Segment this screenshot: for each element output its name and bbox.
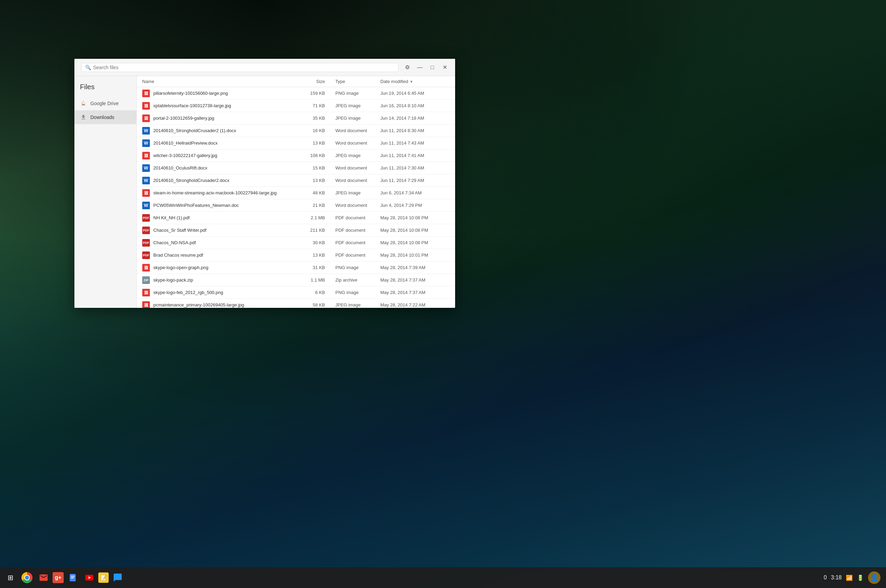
file-name: PCW05WinWinPhoFeatures_Newman.doc bbox=[153, 202, 297, 208]
file-type-icon: W bbox=[142, 127, 150, 135]
table-row[interactable]: W PCW05WinWinPhoFeatures_Newman.doc 21 K… bbox=[137, 199, 455, 212]
file-size: 2.1 MB bbox=[297, 215, 325, 220]
file-type-icon: 🖼 bbox=[142, 114, 150, 122]
table-row[interactable]: 🖼 xptabletvssurface-100312738-large.jpg … bbox=[137, 100, 455, 112]
file-type: Word document bbox=[335, 128, 381, 133]
table-row[interactable]: 🖼 skype-logo-open-graph.png 31 KB PNG im… bbox=[137, 261, 455, 274]
launcher-button[interactable]: ⊞ bbox=[3, 570, 18, 585]
file-name: skype-logo-feb_2012_rgb_500.png bbox=[153, 290, 297, 295]
file-type-icon: 🖼 bbox=[142, 301, 150, 308]
file-type: PDF document bbox=[335, 228, 381, 233]
file-size: 15 KB bbox=[297, 165, 325, 171]
table-row[interactable]: PDF NH Kit_NH (1).pdf 2.1 MB PDF documen… bbox=[137, 212, 455, 224]
file-date: Jun 11, 2014 7:30 AM bbox=[381, 165, 450, 171]
table-row[interactable]: 🖼 portal-2-100312659-gallery.jpg 35 KB J… bbox=[137, 112, 455, 124]
file-name: xptabletvssurface-100312738-large.jpg bbox=[153, 103, 297, 108]
gmail-icon[interactable] bbox=[36, 570, 51, 585]
file-type: Word document bbox=[335, 178, 381, 183]
file-date: May 28, 2014 10:08 PM bbox=[381, 240, 450, 245]
sidebar-item-downloads[interactable]: Downloads bbox=[74, 110, 136, 124]
col-header-type[interactable]: Type bbox=[335, 79, 381, 84]
chat-icon[interactable] bbox=[110, 570, 125, 585]
sort-arrow-icon: ▼ bbox=[409, 80, 413, 84]
table-row[interactable]: W 20140610_StrongholdCrusader2 (1).docx … bbox=[137, 124, 455, 137]
file-type: JPEG image bbox=[335, 153, 381, 158]
youtube-icon[interactable] bbox=[82, 570, 97, 585]
table-row[interactable]: 🖼 witcher-3-100222147-gallery.jpg 108 KB… bbox=[137, 149, 455, 162]
taskbar-left: ⊞ g+ bbox=[0, 570, 128, 585]
table-row[interactable]: ZIP skype-logo-pack.zip 1.1 MB Zip archi… bbox=[137, 274, 455, 286]
wifi-icon: 📶 bbox=[846, 574, 853, 581]
file-type: PNG image bbox=[335, 265, 381, 270]
file-date: May 28, 2014 10:08 PM bbox=[381, 215, 450, 220]
sidebar-google-drive-label: Google Drive bbox=[90, 100, 119, 106]
file-type-icon: W bbox=[142, 140, 150, 147]
file-size: 16 KB bbox=[297, 128, 325, 133]
google-plus-icon[interactable]: g+ bbox=[53, 572, 64, 583]
file-type-icon: 🖼 bbox=[142, 90, 150, 97]
table-row[interactable]: PDF Chacos_Sr Staff Writer.pdf 211 KB PD… bbox=[137, 224, 455, 237]
search-input[interactable] bbox=[93, 64, 394, 70]
file-type-icon: W bbox=[142, 164, 150, 172]
file-date: Jun 16, 2014 8:10 AM bbox=[381, 103, 450, 108]
file-type: JPEG image bbox=[335, 302, 381, 308]
google-drive-icon bbox=[80, 100, 87, 107]
sidebar-item-google-drive[interactable]: Google Drive bbox=[74, 96, 136, 110]
table-row[interactable]: W 20140610_HellraidPreview.docx 13 KB Wo… bbox=[137, 137, 455, 149]
column-headers: Name Size Type Date modified ▼ bbox=[137, 76, 455, 87]
sidebar-downloads-label: Downloads bbox=[90, 114, 114, 120]
file-date: Jun 11, 2014 7:29 AM bbox=[381, 178, 450, 183]
docs-icon[interactable] bbox=[65, 570, 80, 585]
file-type-icon: PDF bbox=[142, 239, 150, 247]
user-avatar[interactable]: 👤 bbox=[870, 573, 879, 582]
taskbar-right: 0 3:18 📶 🔋 👤 bbox=[818, 572, 886, 584]
maximize-button[interactable]: □ bbox=[426, 61, 439, 74]
col-header-size[interactable]: Size bbox=[297, 79, 325, 84]
file-name: 20140610_StrongholdCrusader2 (1).docx bbox=[153, 128, 297, 133]
file-name: portal-2-100312659-gallery.jpg bbox=[153, 116, 297, 121]
table-row[interactable]: 🖼 pillarsofeternity-100156060-large.png … bbox=[137, 87, 455, 100]
file-date: May 28, 2014 7:37 AM bbox=[381, 290, 450, 295]
close-button[interactable]: ✕ bbox=[439, 61, 451, 74]
file-size: 71 KB bbox=[297, 103, 325, 108]
file-name: 20140610_OculusRift.docx bbox=[153, 165, 297, 171]
svg-rect-1 bbox=[71, 576, 75, 577]
table-row[interactable]: PDF Chacos_ND-NSA.pdf 30 KB PDF document… bbox=[137, 237, 455, 249]
file-name: Chacos_Sr Staff Writer.pdf bbox=[153, 228, 297, 233]
file-size: 13 KB bbox=[297, 178, 325, 183]
file-name: steam-in-home-streaming-aciv-macbook-100… bbox=[153, 190, 297, 195]
minimize-button[interactable]: — bbox=[414, 61, 426, 74]
file-size: 13 KB bbox=[297, 252, 325, 258]
file-name: skype-logo-open-graph.png bbox=[153, 265, 297, 270]
chrome-icon[interactable] bbox=[20, 570, 35, 585]
table-row[interactable]: 🖼 pcmaintenance_primary-100269405-large.… bbox=[137, 299, 455, 308]
downloads-icon bbox=[80, 114, 87, 121]
svg-rect-2 bbox=[71, 577, 75, 578]
table-row[interactable]: W 20140610_StrongholdCrusader2.docx 13 K… bbox=[137, 174, 455, 187]
file-size: 13 KB bbox=[297, 140, 325, 146]
file-type: Word document bbox=[335, 140, 381, 146]
search-bar[interactable]: 🔍 bbox=[81, 63, 399, 72]
file-name: NH Kit_NH (1).pdf bbox=[153, 215, 297, 220]
svg-rect-3 bbox=[71, 578, 74, 579]
col-header-date[interactable]: Date modified ▼ bbox=[381, 79, 450, 84]
file-type: JPEG image bbox=[335, 190, 381, 195]
file-type: PDF document bbox=[335, 240, 381, 245]
file-size: 48 KB bbox=[297, 190, 325, 195]
keep-icon[interactable]: 📝 bbox=[98, 572, 109, 583]
settings-button[interactable]: ⚙ bbox=[401, 61, 414, 74]
file-type: PDF document bbox=[335, 215, 381, 220]
col-header-name[interactable]: Name bbox=[142, 79, 297, 84]
file-type-icon: PDF bbox=[142, 214, 150, 222]
main-content: Name Size Type Date modified ▼ 🖼 pillars… bbox=[137, 76, 455, 308]
table-row[interactable]: PDF Brad Chacos resume.pdf 13 KB PDF doc… bbox=[137, 249, 455, 261]
file-type: PDF document bbox=[335, 252, 381, 258]
file-type: PNG image bbox=[335, 290, 381, 295]
table-row[interactable]: W 20140610_OculusRift.docx 15 KB Word do… bbox=[137, 162, 455, 174]
sidebar-title: Files bbox=[74, 80, 136, 96]
table-row[interactable]: 🖼 steam-in-home-streaming-aciv-macbook-1… bbox=[137, 187, 455, 199]
table-row[interactable]: 🖼 skype-logo-feb_2012_rgb_500.png 6 KB P… bbox=[137, 286, 455, 299]
file-size: 108 KB bbox=[297, 153, 325, 158]
file-date: May 28, 2014 10:01 PM bbox=[381, 252, 450, 258]
file-type: Zip archive bbox=[335, 278, 381, 283]
